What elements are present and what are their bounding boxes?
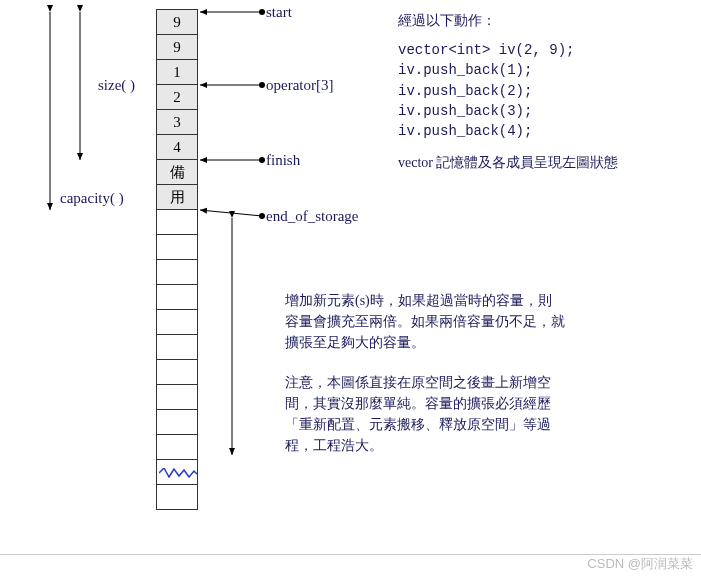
ops-header: 經過以下動作：: [398, 10, 678, 31]
capacity-label: capacity( ): [60, 190, 124, 207]
memory-cell: 2: [156, 84, 198, 110]
memory-cell: [156, 209, 198, 235]
memory-cell: [156, 484, 198, 510]
para2-text: 注意，本圖係直接在原空間之後畫上新增空間，其實沒那麼單純。容量的擴張必須經歷「重…: [285, 372, 565, 456]
memory-cell: [156, 459, 198, 485]
memory-cell: [156, 234, 198, 260]
memory-cell: 1: [156, 59, 198, 85]
pointer-operator-label: operator[3]: [266, 77, 333, 94]
memory-cell: [156, 259, 198, 285]
memory-cell: [156, 384, 198, 410]
svg-line-4: [200, 210, 262, 216]
memory-cell: 3: [156, 109, 198, 135]
memory-cell: [156, 284, 198, 310]
memory-cell: [156, 334, 198, 360]
pointer-eos-label: end_of_storage: [266, 208, 358, 225]
watermark: CSDN @阿润菜菜: [587, 555, 693, 573]
memory-cell: [156, 409, 198, 435]
pointer-start-label: start: [266, 4, 292, 21]
memory-cell: [156, 359, 198, 385]
memory-cell: [156, 309, 198, 335]
memory-cell: 9: [156, 9, 198, 35]
pointer-finish-label: finish: [266, 152, 300, 169]
memory-cell: 用: [156, 184, 198, 210]
summary-text: vector 記憶體及各成員呈現左圖狀態: [398, 152, 678, 173]
memory-cell: 備: [156, 159, 198, 185]
size-label: size( ): [98, 77, 135, 94]
memory-cell: 9: [156, 34, 198, 60]
memory-cell: [156, 434, 198, 460]
code-block: vector<int> iv(2, 9);iv.push_back(1);iv.…: [398, 40, 678, 141]
para1-text: 增加新元素(s)時，如果超過當時的容量，則容量會擴充至兩倍。如果兩倍容量仍不足，…: [285, 290, 565, 353]
memory-cells: 991234備用: [156, 10, 198, 510]
memory-cell: 4: [156, 134, 198, 160]
